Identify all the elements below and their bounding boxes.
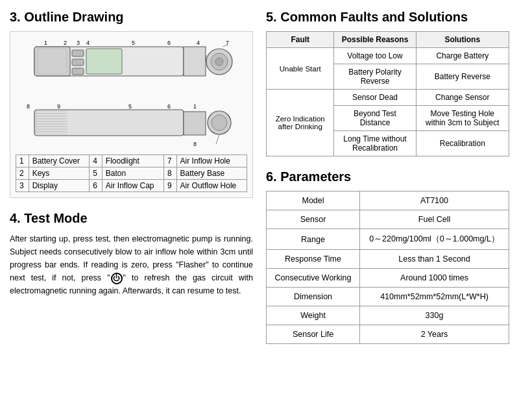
solution-battery-reverse: Battery Reverse	[416, 64, 509, 90]
reason-sensor-dead: Sensor Dead	[334, 90, 416, 106]
part-name-9: Air Outflow Hole	[176, 180, 247, 192]
part-num-6: 6	[90, 180, 103, 192]
fault-zero-indication: Zero Indication after Drinking	[267, 90, 334, 156]
svg-text:6: 6	[167, 103, 171, 110]
param-value-sensor: Fuel Cell	[360, 210, 509, 229]
svg-rect-11	[72, 59, 84, 66]
param-label-sensor-life: Sensor Life	[267, 325, 360, 344]
svg-text:9: 9	[57, 103, 60, 110]
svg-text:4: 4	[197, 40, 200, 46]
test-mode-section: 4. Test Mode After starting up, press te…	[10, 211, 253, 297]
test-mode-body: After starting up, press test, then elec…	[10, 232, 253, 297]
param-row-range: Range 0～220mg/100ml（0～1.000mg/L）	[267, 229, 509, 250]
param-row-response-time: Response Time Less than 1 Second	[267, 250, 509, 269]
part-name-8: Battery Base	[176, 167, 247, 180]
param-row-sensor: Sensor Fuel Cell	[267, 210, 509, 229]
svg-text:4: 4	[86, 40, 90, 46]
svg-text:8: 8	[27, 103, 30, 110]
part-num-1: 1	[16, 155, 29, 167]
param-row-consecutive-working: Consecutive Working Around 1000 times	[267, 269, 509, 288]
param-row-model: Model AT7100	[267, 191, 509, 210]
svg-text:3: 3	[77, 40, 80, 46]
parts-table: 1 Battery Cover 4 Floodlight 7 Air Inflo…	[16, 154, 247, 192]
svg-text:5: 5	[128, 103, 132, 110]
parameters-section: 6. Parameters Model AT7100 Sensor Fuel C…	[266, 169, 509, 344]
part-num-5: 5	[90, 167, 103, 180]
param-value-weight: 330g	[360, 306, 509, 325]
param-value-model: AT7100	[360, 191, 509, 210]
faults-header-fault: Fault	[267, 32, 334, 48]
svg-rect-37	[184, 112, 206, 135]
param-label-sensor: Sensor	[267, 210, 360, 229]
svg-text:5: 5	[132, 40, 135, 46]
solution-move-testing-hole: Move Testing Hole within 3cm to Subject	[416, 106, 509, 131]
part-name-1: Battery Cover	[29, 155, 90, 167]
param-value-sensor-life: 2 Years	[360, 325, 509, 344]
part-num-8: 8	[163, 167, 176, 180]
part-num-2: 2	[16, 167, 29, 180]
faults-table: Fault Possible Reasons Solutions Unable …	[266, 31, 509, 156]
param-value-response-time: Less than 1 Second	[360, 250, 509, 269]
power-icon: ⏻	[111, 273, 123, 284]
param-value-consecutive-working: Around 1000 times	[360, 269, 509, 288]
solution-charge-battery: Charge Battery	[416, 48, 509, 64]
left-column: 3. Outline Drawing 1 2 3 4 5 6 4	[10, 10, 253, 344]
part-name-7: Air Inflow Hole	[176, 155, 247, 167]
svg-rect-12	[72, 68, 84, 75]
param-label-response-time: Response Time	[267, 250, 360, 269]
svg-text:2: 2	[64, 40, 67, 46]
param-value-range: 0～220mg/100ml（0～1.000mg/L）	[360, 229, 509, 250]
part-name-5: Baton	[102, 167, 163, 180]
svg-rect-18	[184, 47, 206, 76]
param-row-weight: Weight 330g	[267, 306, 509, 325]
svg-text:1: 1	[193, 103, 197, 110]
param-label-range: Range	[267, 229, 360, 250]
drawing-area: 1 2 3 4 5 6 4	[10, 31, 253, 198]
outline-title: 3. Outline Drawing	[10, 10, 253, 25]
param-label-consecutive-working: Consecutive Working	[267, 269, 360, 288]
reason-voltage-low: Voltage too Low	[334, 48, 416, 64]
reason-battery-polarity: Battery Polarity Reverse	[334, 64, 416, 90]
outline-drawing-section: 3. Outline Drawing 1 2 3 4 5 6 4	[10, 10, 253, 198]
svg-rect-10	[72, 50, 84, 56]
param-row-sensor-life: Sensor Life 2 Years	[267, 325, 509, 344]
param-row-dimension: Dimension 410mm*52mm*52mm(L*W*H)	[267, 288, 509, 306]
part-num-4: 4	[90, 155, 103, 167]
reason-beyond-distance: Beyond Test Distance	[334, 106, 416, 131]
svg-text:6: 6	[167, 40, 171, 46]
part-name-2: Keys	[29, 167, 90, 180]
part-num-3: 3	[16, 180, 29, 192]
faults-section: 5. Common Faults and Solutions Fault Pos…	[266, 10, 509, 156]
part-name-6: Air Inflow Cap	[102, 180, 163, 192]
param-label-model: Model	[267, 191, 360, 210]
svg-rect-13	[86, 49, 122, 74]
svg-text:8: 8	[193, 141, 197, 147]
param-value-dimension: 410mm*52mm*52mm(L*W*H)	[360, 288, 509, 306]
device-diagram: 1 2 3 4 5 6 4	[21, 37, 242, 151]
parameters-title: 6. Parameters	[266, 169, 509, 184]
faults-header-solutions: Solutions	[416, 32, 509, 48]
svg-point-39	[211, 115, 227, 130]
part-num-7: 7	[163, 155, 176, 167]
svg-point-16	[215, 58, 223, 66]
part-name-3: Display	[29, 180, 90, 192]
faults-header-reasons: Possible Reasons	[334, 32, 416, 48]
parameters-table: Model AT7100 Sensor Fuel Cell Range 0～22…	[266, 191, 509, 344]
faults-title: 5. Common Faults and Solutions	[266, 10, 509, 25]
test-mode-title: 4. Test Mode	[10, 211, 253, 226]
param-label-weight: Weight	[267, 306, 360, 325]
solution-change-sensor: Change Sensor	[416, 90, 509, 106]
part-num-9: 9	[163, 180, 176, 192]
reason-long-time: Long Time without Recalibration	[334, 131, 416, 156]
part-name-4: Floodlight	[102, 155, 163, 167]
solution-recalibration: Recalibration	[416, 131, 509, 156]
fault-unable-start: Unable Start	[267, 48, 334, 90]
param-label-dimension: Dimension	[267, 288, 360, 306]
svg-rect-8	[34, 47, 70, 76]
svg-line-41	[216, 134, 219, 144]
svg-text:1: 1	[44, 40, 47, 46]
right-column: 5. Common Faults and Solutions Fault Pos…	[266, 10, 509, 344]
